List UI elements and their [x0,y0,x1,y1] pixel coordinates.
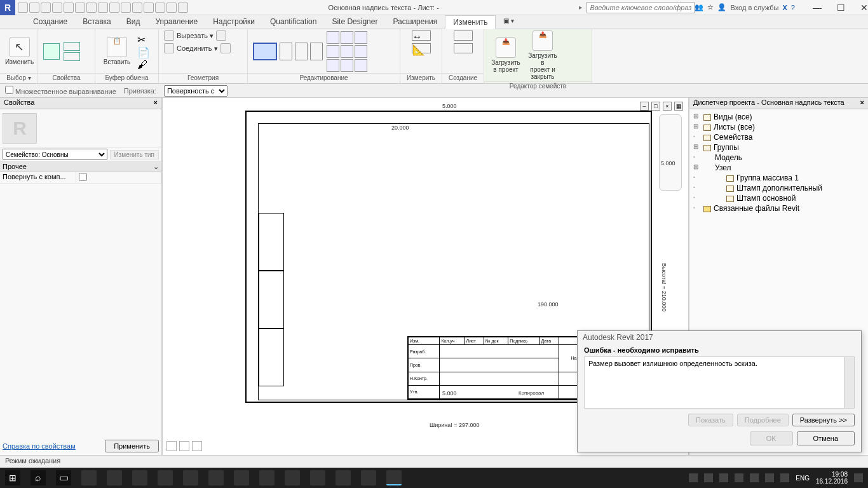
delete-icon[interactable] [355,59,367,72]
browser-close-icon[interactable]: × [860,98,864,108]
tree-families[interactable]: Семейства [692,132,865,142]
prop-value[interactable] [76,172,161,183]
calc-icon[interactable] [208,470,224,485]
split-icon[interactable] [310,43,323,60]
show-button[interactable]: Показать [688,414,733,426]
apply-button[interactable]: Применить [105,440,159,452]
tray-clock[interactable]: 19:08 16.12.2016 [816,471,848,485]
tab-modify[interactable]: Изменить [445,15,496,29]
qat-switch-icon[interactable] [166,3,177,13]
collapse-icon[interactable]: ⌄ [153,163,159,171]
help-icon[interactable]: ? [791,4,795,11]
tab-site[interactable]: Site Designer [324,15,385,29]
offset-icon[interactable] [280,43,292,60]
minimize-button[interactable]: — [813,3,822,13]
navigation-bar[interactable] [659,114,682,191]
exchange-icon[interactable]: X [783,4,787,11]
snap-select[interactable]: Поверхность с [164,85,227,97]
detail-icon[interactable] [179,441,189,451]
qat-undo-icon[interactable] [52,3,62,13]
array-icon[interactable] [355,45,367,58]
tray-vol-icon[interactable] [780,473,789,482]
tray-lang[interactable]: ENG [796,475,810,482]
excel-icon[interactable] [285,470,300,485]
multi-align-checkbox[interactable]: Множественное выравнивание [5,86,116,95]
tree-array1[interactable]: Группа массива 1 [692,173,865,183]
cut-geom-button[interactable]: Вырезать ▾ [164,30,226,41]
tree-model[interactable]: Модель [692,152,865,163]
qat-open-icon[interactable] [18,3,28,13]
autocad-icon[interactable] [361,470,376,485]
aimp-icon[interactable] [158,470,173,485]
props-icon-2[interactable] [64,42,80,51]
view-max-icon[interactable]: □ [651,102,660,111]
qat-dropdown-icon[interactable] [178,3,188,13]
tab-manage[interactable]: Управление [147,15,205,29]
tree-detail[interactable]: Узел [692,163,865,173]
match-icon[interactable]: 🖌 [137,59,147,69]
comm-icon[interactable]: 👥 [695,3,703,11]
pin-icon[interactable] [341,59,353,72]
mirror-icon[interactable] [295,43,308,60]
view-min-icon[interactable]: – [640,102,649,111]
move-icon[interactable] [327,31,339,44]
dimension-icon[interactable]: 📐 [412,43,431,53]
join-geom-button[interactable]: Соединить ▾ [164,43,231,53]
qat-section-icon[interactable] [132,3,142,13]
qat-thin-icon[interactable] [144,3,154,13]
props-icon-1[interactable] [43,43,60,60]
props-help-link[interactable]: Справка по свойствам [3,442,76,450]
scale-icon[interactable] [327,59,339,72]
load-close-button[interactable]: 📤Загрузить в проект и закрыть [526,30,559,80]
props-close-icon[interactable]: × [154,98,158,108]
tray-app-icon[interactable] [719,473,728,482]
explorer-icon[interactable] [107,470,122,485]
rotate-icon[interactable] [355,31,367,44]
star-icon[interactable]: ☆ [707,3,714,11]
copy-icon[interactable]: 📄 [137,46,147,57]
qat-dim-icon[interactable] [98,3,108,13]
ok-button[interactable]: OK [750,431,793,445]
cut-icon[interactable]: ✂ [137,34,147,44]
dialog-scrollbar[interactable] [844,357,854,408]
tree-stamp-add[interactable]: Штамп дополнительный [692,183,865,193]
tray-cloud-icon[interactable] [704,473,713,482]
user-icon[interactable]: 👤 [717,3,726,11]
modify-button[interactable]: ↖Изменить [5,37,34,65]
tree-sheets[interactable]: Листы (все) [692,122,865,132]
tab-addins[interactable]: Надстройки [205,15,262,29]
tray-up-icon[interactable] [689,473,698,482]
tree-links[interactable]: Связанные файлы Revit [692,203,865,214]
qat-text-icon[interactable] [109,3,119,13]
groove-icon[interactable] [234,470,249,485]
qat-3d-icon[interactable] [121,3,131,13]
taskview-icon[interactable]: ▭ [56,470,71,485]
chrome-icon[interactable] [336,470,351,485]
tray-notif-icon[interactable] [854,473,863,482]
qat-sync-icon[interactable] [41,3,51,13]
tab-view[interactable]: Вид [119,15,148,29]
measure-icon[interactable]: ↔ [412,30,431,41]
cancel-button[interactable]: Отмена [797,431,855,445]
visual-icon[interactable] [192,441,202,451]
maximize-button[interactable]: ☐ [837,3,845,13]
copy-tool-icon[interactable] [341,31,353,44]
expand-button[interactable]: Развернуть >> [792,414,855,426]
extend-icon[interactable] [341,45,353,58]
create-region-icon[interactable] [454,43,473,53]
tab-quant[interactable]: Quantification [262,15,324,29]
sign-in-link[interactable]: Вход в службы [730,4,778,11]
load-project-button[interactable]: 📥Загрузить в проект [489,37,522,73]
tab-extra-icon[interactable]: ▣ ▾ [496,15,522,29]
edge-icon[interactable] [81,470,97,485]
tab-create[interactable]: Создание [25,15,75,29]
edit-type-button[interactable]: Изменить тип [110,150,159,159]
tree-views[interactable]: Виды (все) [692,112,865,122]
tray-net-icon[interactable] [765,473,774,482]
view-close-icon[interactable]: × [663,102,672,111]
search-task-icon[interactable]: ⌕ [31,470,46,485]
trim-icon[interactable] [327,45,339,58]
qat-save-icon[interactable] [29,3,39,13]
skype-icon[interactable] [183,470,198,485]
props-icon-3[interactable] [64,52,80,61]
